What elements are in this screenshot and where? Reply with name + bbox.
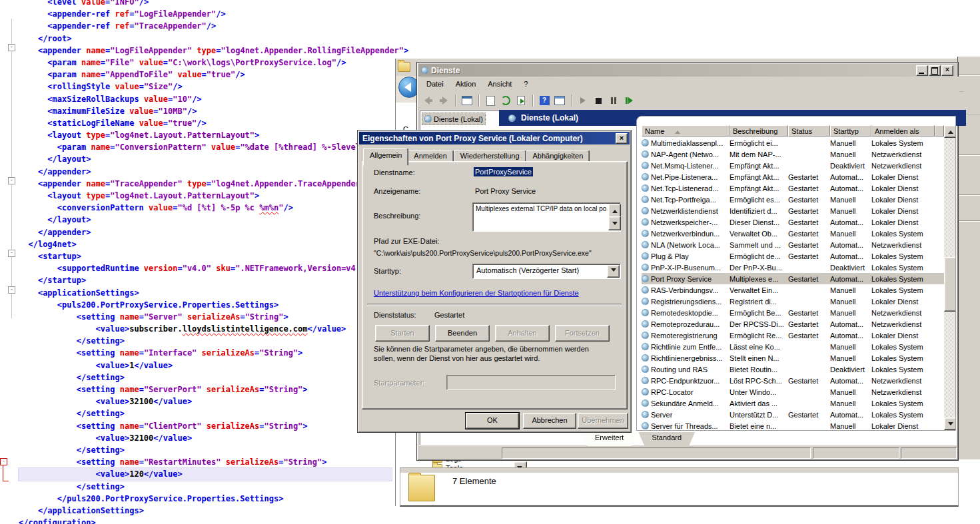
cell-anmelden: Lokales System [871, 264, 945, 272]
table-row[interactable]: Net.Msmq-Listener...Empfängt Akt...Deakt… [642, 160, 944, 171]
column-header-name[interactable]: Name [642, 125, 730, 136]
maximize-button[interactable] [929, 65, 941, 76]
cell-name: Net.Msmq-Listener... [642, 162, 730, 170]
fold-scope-line [3, 465, 3, 481]
anzeigename-value: Port Proxy Service [475, 187, 536, 195]
menu-datei[interactable]: Datei [426, 80, 444, 88]
table-row[interactable]: NetzwerklistendienstIdentifiziert d...Ge… [642, 205, 944, 216]
dialog-close-button[interactable]: × [616, 133, 628, 144]
tab-standard[interactable]: Standard [638, 432, 695, 446]
fold-toggle-icon[interactable]: - [8, 177, 15, 184]
start-service-icon[interactable] [577, 95, 589, 107]
code-line: <appender name="LogFileAppender" type="l… [19, 45, 505, 57]
show-action-pane-icon[interactable] [554, 95, 566, 107]
table-row[interactable]: RAS-Verbindungsv...Verwaltet Ein...Manue… [642, 284, 944, 296]
table-row[interactable]: Net.Tcp-Portfreiga...Ermöglicht es...Ges… [642, 194, 944, 205]
tree-item-dienste-lokal[interactable]: Dienste (Lokal) [422, 113, 486, 125]
close-button[interactable]: × [941, 65, 953, 76]
export-list-icon[interactable] [515, 95, 527, 107]
column-header-status[interactable]: Status [788, 125, 830, 136]
menubar: Datei Aktion Ansicht ? [418, 77, 963, 92]
table-row[interactable]: Plug & PlayErmöglicht de...GestartetAuto… [642, 250, 944, 262]
code-line: <value>120</value> [19, 468, 392, 480]
table-row[interactable]: PnP-X-IP-Busenum...Der PnP-X-Bu...Deakti… [642, 262, 944, 273]
menu-hilfe[interactable]: ? [524, 80, 528, 88]
forward-icon[interactable] [438, 95, 450, 107]
cell-name: Plug & Play [642, 252, 730, 260]
cell-status: Gestartet [788, 207, 830, 215]
back-arrow-icon [404, 83, 411, 92]
service-gear-icon [642, 411, 649, 418]
cell-beschreibung: Bietet Routin... [730, 366, 788, 374]
desc-scroll-down-button[interactable] [608, 216, 621, 230]
table-row[interactable]: RPC-Endpunktzuor...Löst RPC-Sch...Gestar… [642, 375, 944, 386]
table-row[interactable]: Netzwerkspeicher-...Dieser Dienst...Gest… [642, 216, 944, 228]
desc-scroll-up-button[interactable] [608, 204, 621, 218]
cell-anmelden: Lokaler Dienst [871, 332, 945, 340]
cell-name: Remotedesktopdie... [642, 309, 730, 317]
fold-toggle-icon-active[interactable]: - [0, 458, 7, 465]
cell-name: Net.Pipe-Listenera... [642, 173, 730, 181]
tab-erweitert[interactable]: Erweitert [582, 432, 637, 446]
column-header-anmelden[interactable]: Anmelden als [871, 125, 935, 136]
fold-toggle-icon[interactable]: - [8, 44, 15, 51]
ok-button[interactable]: OK [466, 413, 519, 429]
menu-ansicht[interactable]: Ansicht [488, 80, 512, 88]
restart-service-icon[interactable] [623, 95, 635, 107]
table-row[interactable]: Richtlinienergebniss...Stellt einen N...… [642, 352, 944, 364]
code-line: <level value="INFO"/> [19, 0, 505, 8]
abbrechen-button[interactable]: Abbrechen [523, 413, 576, 429]
table-row[interactable]: NAP-Agent (Netwo...Mit dem NAP-...Manuel… [642, 148, 944, 160]
table-row[interactable]: Registrierungsdiens...Registriert di...M… [642, 296, 944, 307]
close-icon: × [945, 66, 949, 73]
scroll-down-button[interactable] [944, 417, 956, 430]
column-header-starttyp[interactable]: Starttyp [830, 125, 871, 136]
dienstname-value[interactable]: PortProxyService [474, 167, 533, 176]
table-row[interactable]: Port Proxy ServiceMultiplexes e...Gestar… [642, 273, 944, 284]
beschreibung-field[interactable]: Multiplexes external TCP/IP data on loca… [472, 202, 621, 232]
fold-scope-foot [3, 481, 9, 481]
fold-toggle-icon[interactable]: - [8, 250, 15, 257]
table-row[interactable]: Netzwerkverbindun...Verwaltet Ob...Gesta… [642, 228, 944, 239]
table-row[interactable]: Server für Threads...Bietet eine n...Man… [642, 420, 944, 431]
column-header-beschreibung[interactable]: Beschreibung [730, 125, 788, 136]
table-row[interactable]: Sekundäre Anmeld...Aktiviert das ...Manu… [642, 397, 944, 409]
vertical-scrollbar[interactable] [944, 125, 955, 430]
cell-name: Port Proxy Service [642, 275, 730, 283]
combo-dropdown-button[interactable] [607, 265, 620, 278]
table-row[interactable]: Richtlinie zum Entfe...Lässt eine Ko...M… [642, 341, 944, 352]
minimize-button[interactable] [916, 65, 928, 76]
table-row[interactable]: ServerUnterstützt D...GestartetAutomat..… [642, 409, 944, 420]
refresh-icon[interactable] [500, 95, 512, 107]
cell-status: Gestartet [788, 377, 830, 385]
table-row[interactable]: Remoteprozedurau...Der RPCSS-Di...Gestar… [642, 318, 944, 330]
properties-icon[interactable] [484, 95, 496, 107]
scroll-up-button[interactable] [944, 125, 956, 138]
fold-toggle-icon[interactable]: - [8, 286, 15, 294]
cell-status: Gestartet [788, 320, 830, 328]
pause-service-icon[interactable] [608, 95, 620, 107]
back-icon[interactable] [422, 95, 434, 107]
services-titlebar[interactable]: Dienste × [418, 64, 955, 77]
service-gear-icon [642, 150, 649, 158]
stop-service-icon[interactable] [592, 95, 604, 107]
table-row[interactable]: Net.Tcp-Listenerad...Empfängt Akt...Gest… [642, 182, 944, 194]
starttyp-select[interactable]: Automatisch (Verzögerter Start) [472, 264, 621, 279]
table-row[interactable]: Net.Pipe-Listenera...Empfängt Akt...Gest… [642, 171, 944, 182]
menu-aktion[interactable]: Aktion [456, 80, 476, 88]
startoptionen-link[interactable]: Unterstützung beim Konfigurieren der Sta… [374, 289, 579, 297]
table-row[interactable]: Routing und RASBietet Routin...Deaktivie… [642, 364, 944, 375]
table-row[interactable]: RPC-LocatorUnter Windo...ManuellNetzwerk… [642, 386, 944, 397]
dialog-titlebar[interactable]: Eigenschaften von Port Proxy Service (Lo… [359, 132, 630, 144]
cell-name: Netzwerklistendienst [642, 207, 730, 215]
service-gear-icon [642, 366, 649, 373]
scroll-thumb[interactable] [944, 257, 956, 312]
tab-allgemein[interactable]: Allgemein [363, 148, 408, 166]
help-icon[interactable]: ? [538, 95, 550, 107]
show-console-tree-icon[interactable] [461, 95, 473, 107]
beenden-button[interactable]: Beenden [435, 325, 490, 342]
table-row[interactable]: Remotedesktopdie...Ermöglicht Be...Gesta… [642, 307, 944, 318]
table-row[interactable]: RemoteregistrierungErmöglicht Re...Gesta… [642, 330, 944, 341]
table-row[interactable]: Multimediaklassenpl...Ermöglicht ei...Ma… [642, 137, 944, 148]
table-row[interactable]: NLA (Network Loca...Sammelt und ...Gesta… [642, 239, 944, 250]
